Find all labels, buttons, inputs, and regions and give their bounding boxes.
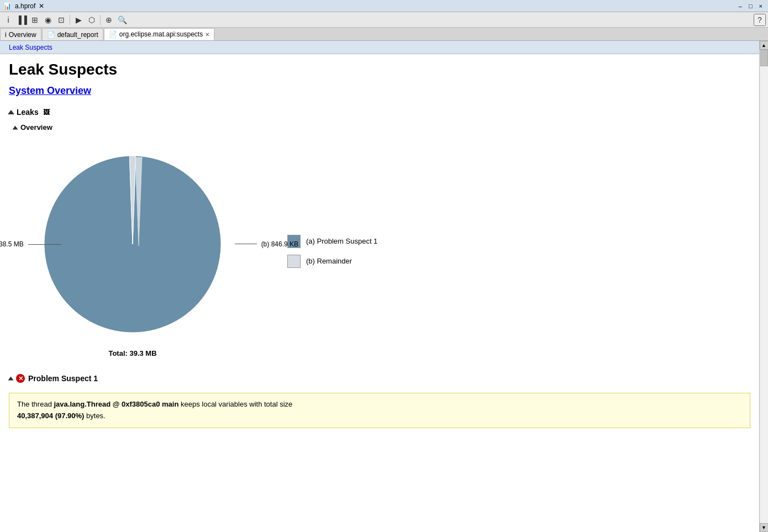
- pie-line-a: [28, 244, 61, 245]
- title-bar-left: 📊 a.hprof ✕: [3, 2, 44, 10]
- problem-suspect-label: Problem Suspect 1: [28, 374, 98, 383]
- problem-suspect-triangle[interactable]: [8, 377, 14, 381]
- toolbar-hex-btn[interactable]: ⬡: [86, 14, 98, 26]
- toolbar-dot-btn[interactable]: ◉: [42, 14, 54, 26]
- tab-report-icon: 📄: [47, 31, 55, 39]
- page-title: Leak Suspects: [0, 54, 759, 83]
- tab-overview-label: Overview: [9, 31, 36, 39]
- legend-item-a: (a) Problem Suspect 1: [287, 235, 377, 248]
- maximize-button[interactable]: □: [746, 2, 755, 10]
- legend-label-b: (b) Remainder: [306, 257, 352, 265]
- overview-collapse-triangle[interactable]: [13, 125, 18, 129]
- close-tab-icon[interactable]: ✕: [39, 2, 44, 10]
- main-area: Leak Suspects Leak Suspects System Overv…: [0, 41, 768, 532]
- page-content: Leak Suspects Leak Suspects System Overv…: [0, 41, 759, 428]
- tab-suspects-label: org.eclipse.mat.api:suspects: [119, 30, 203, 38]
- error-icon: ✕: [16, 374, 25, 383]
- minimize-button[interactable]: –: [737, 2, 744, 10]
- pie-label-b: (b) 846.9 KB: [235, 240, 298, 248]
- breadcrumb-bar: Leak Suspects: [0, 41, 759, 54]
- chart-area: (a) 38.5 MB (b) 846.9 KB: [0, 134, 759, 368]
- problem-suspect-header: ✕ Problem Suspect 1: [0, 368, 759, 388]
- info-suffix: bytes.: [84, 412, 105, 420]
- scrollbar-up-arrow[interactable]: ▲: [760, 41, 769, 50]
- overview-section-label: Overview: [20, 123, 52, 131]
- scrollbar-down-arrow[interactable]: ▼: [760, 523, 769, 532]
- legend-item-b: (b) Remainder: [287, 255, 377, 268]
- breadcrumb-link[interactable]: Leak Suspects: [9, 44, 52, 51]
- tab-suspects-close[interactable]: ✕: [205, 31, 209, 38]
- file-icon: 📊: [3, 2, 12, 10]
- scrollbar-thumb[interactable]: [760, 50, 768, 66]
- pie-svg: [33, 145, 232, 344]
- tab-overview-icon: i: [5, 31, 7, 39]
- chart-total: Total: 39.3 MB: [108, 349, 156, 357]
- toolbar-separator-2: [100, 15, 101, 25]
- pie-label-b-text: (b) 846.9 KB: [261, 240, 298, 248]
- window-title: a.hprof: [15, 2, 35, 10]
- close-button[interactable]: ×: [757, 2, 765, 10]
- tab-default-report[interactable]: 📄 default_report: [42, 28, 103, 40]
- tab-suspects[interactable]: 📄 org.eclipse.mat.api:suspects ✕: [104, 28, 214, 40]
- tab-bar: i Overview 📄 default_report 📄 org.eclips…: [0, 28, 768, 41]
- toolbar-grid-btn[interactable]: ⊞: [29, 14, 41, 26]
- tab-overview[interactable]: i Overview: [0, 28, 41, 40]
- legend-label-a: (a) Problem Suspect 1: [306, 237, 377, 245]
- pie-line-b: [235, 244, 257, 244]
- pie-label-a: (a) 38.5 MB: [0, 240, 61, 248]
- tab-report-label: default_report: [57, 31, 98, 39]
- overview-section-header: Overview: [0, 121, 759, 134]
- problem-suspect-info-box: The thread java.lang.Thread @ 0xf3805ca0…: [9, 393, 750, 428]
- title-bar: 📊 a.hprof ✕ – □ ×: [0, 0, 768, 12]
- legend-box-b: [287, 255, 301, 268]
- leaks-section-header: Leaks 🖼: [0, 103, 759, 121]
- toolbar-separator-1: [70, 15, 70, 25]
- system-overview-link[interactable]: System Overview: [0, 83, 759, 103]
- content-panel: Leak Suspects Leak Suspects System Overv…: [0, 41, 759, 532]
- toolbar-bars-btn[interactable]: ▐▐: [15, 14, 28, 26]
- leaks-section-icon: 🖼: [42, 108, 51, 117]
- toolbar-play-btn[interactable]: ▶: [72, 14, 85, 26]
- info-prefix: The thread: [17, 400, 54, 408]
- tab-suspects-icon: 📄: [109, 30, 117, 38]
- scrollbar-track: [760, 50, 768, 523]
- leaks-section-label: Leaks: [17, 108, 39, 117]
- toolbar-box-btn[interactable]: ⊡: [55, 14, 67, 26]
- toolbar-info-btn[interactable]: i: [2, 14, 14, 26]
- toolbar-plus-btn[interactable]: ⊕: [103, 14, 115, 26]
- pie-chart-container: (a) 38.5 MB (b) 846.9 KB: [33, 145, 232, 357]
- scrollbar-right: ▲ ▼: [759, 41, 768, 532]
- title-bar-controls: – □ ×: [737, 2, 765, 10]
- pie-label-a-text: (a) 38.5 MB: [0, 240, 24, 248]
- toolbar-search-btn[interactable]: 🔍: [116, 14, 128, 26]
- chart-legend: (a) Problem Suspect 1 (b) Remainder: [287, 235, 377, 268]
- info-thread-ref: java.lang.Thread @ 0xf3805ca0 main: [54, 400, 179, 408]
- toolbar-help-btn[interactable]: ?: [754, 14, 766, 26]
- pie-chart-wrapper: (a) 38.5 MB (b) 846.9 KB: [33, 145, 232, 344]
- info-size: 40,387,904 (97.90%): [17, 412, 84, 420]
- info-mid: keeps local variables with total size: [178, 400, 292, 408]
- leaks-collapse-triangle[interactable]: [8, 110, 14, 114]
- toolbar: i ▐▐ ⊞ ◉ ⊡ ▶ ⬡ ⊕ 🔍 ?: [0, 12, 768, 28]
